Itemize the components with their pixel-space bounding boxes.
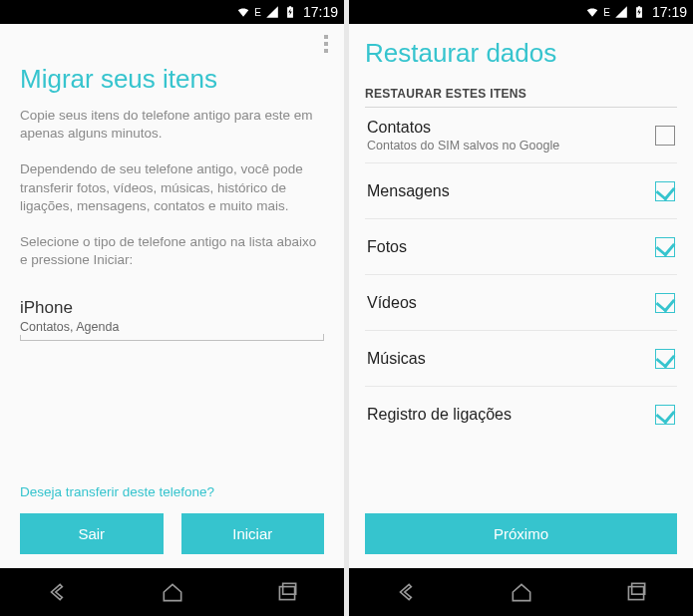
- header-row: [0, 24, 344, 64]
- list-item-fotos[interactable]: Fotos: [365, 219, 677, 275]
- overflow-menu-icon[interactable]: [318, 29, 334, 59]
- checkbox[interactable]: [655, 126, 675, 146]
- list-item-musicas[interactable]: Músicas: [365, 331, 677, 387]
- exit-button[interactable]: Sair: [20, 513, 164, 554]
- selector-sub: Contatos, Agenda: [20, 320, 324, 334]
- phone-type-selector[interactable]: iPhone Contatos, Agenda: [20, 292, 324, 341]
- nav-home-icon[interactable]: [509, 579, 534, 605]
- battery-icon: [283, 5, 297, 19]
- status-bar: E 17:19: [349, 0, 693, 24]
- transfer-from-this-phone-link[interactable]: Deseja transferir deste telefone?: [20, 466, 324, 499]
- svg-rect-1: [282, 583, 295, 594]
- phone-right: E 17:19 Restaurar dados RESTAURAR ESTES …: [349, 0, 693, 616]
- nav-bar: [349, 568, 693, 616]
- item-label: Músicas: [367, 350, 655, 368]
- page-title: Restaurar dados: [365, 38, 677, 69]
- battery-icon: [632, 5, 646, 19]
- list-item-contatos[interactable]: Contatos Contatos do SIM salvos no Googl…: [365, 108, 677, 163]
- selector-value: iPhone: [20, 298, 324, 318]
- checkbox[interactable]: [655, 349, 675, 369]
- list-item-videos[interactable]: Vídeos: [365, 275, 677, 331]
- status-bar: E 17:19: [0, 0, 344, 24]
- item-label: Fotos: [367, 238, 655, 256]
- start-button[interactable]: Iniciar: [181, 513, 325, 554]
- item-sub: Contatos do SIM salvos no Google: [367, 139, 655, 153]
- item-label: Vídeos: [367, 294, 655, 312]
- clock: 17:19: [303, 4, 338, 20]
- list-item-mensagens[interactable]: Mensagens: [365, 163, 677, 219]
- checkbox[interactable]: [655, 237, 675, 257]
- next-button[interactable]: Próximo: [365, 513, 677, 554]
- item-label: Mensagens: [367, 182, 655, 200]
- checkbox[interactable]: [655, 293, 675, 313]
- wifi-icon: [585, 5, 599, 19]
- clock: 17:19: [652, 4, 687, 20]
- signal-icon: [614, 5, 628, 19]
- item-label: Registro de ligações: [367, 406, 655, 424]
- intro-paragraph-3: Selecione o tipo de telefone antigo na l…: [20, 233, 324, 269]
- wifi-icon: [236, 5, 250, 19]
- nav-back-icon[interactable]: [394, 579, 420, 605]
- checkbox[interactable]: [655, 405, 675, 425]
- svg-rect-2: [628, 587, 643, 600]
- page-title: Migrar seus itens: [20, 64, 324, 95]
- section-header: RESTAURAR ESTES ITENS: [365, 87, 677, 108]
- content: Migrar seus itens Copie seus itens do te…: [0, 64, 344, 568]
- intro-paragraph-1: Copie seus itens do telefone antigo para…: [20, 107, 324, 143]
- intro-paragraph-2: Dependendo de seu telefone antigo, você …: [20, 160, 324, 215]
- nav-bar: [0, 568, 344, 616]
- svg-rect-3: [631, 583, 644, 594]
- restore-list: Contatos Contatos do SIM salvos no Googl…: [365, 108, 677, 505]
- nav-recent-icon[interactable]: [623, 579, 649, 605]
- item-label: Contatos: [367, 119, 655, 137]
- network-type: E: [254, 7, 261, 18]
- screen-migrate: Migrar seus itens Copie seus itens do te…: [0, 24, 344, 568]
- list-item-registro[interactable]: Registro de ligações: [365, 387, 677, 443]
- checkbox[interactable]: [655, 181, 675, 201]
- network-type: E: [603, 7, 610, 18]
- nav-home-icon[interactable]: [160, 579, 185, 605]
- svg-rect-0: [279, 587, 294, 600]
- signal-icon: [265, 5, 279, 19]
- button-row: Sair Iniciar: [20, 513, 324, 554]
- nav-recent-icon[interactable]: [274, 579, 300, 605]
- phone-left: E 17:19 Migrar seus itens Copie seus ite…: [0, 0, 344, 616]
- nav-back-icon[interactable]: [45, 579, 71, 605]
- screen-restore: Restaurar dados RESTAURAR ESTES ITENS Co…: [349, 24, 693, 568]
- content: Restaurar dados RESTAURAR ESTES ITENS Co…: [349, 24, 693, 568]
